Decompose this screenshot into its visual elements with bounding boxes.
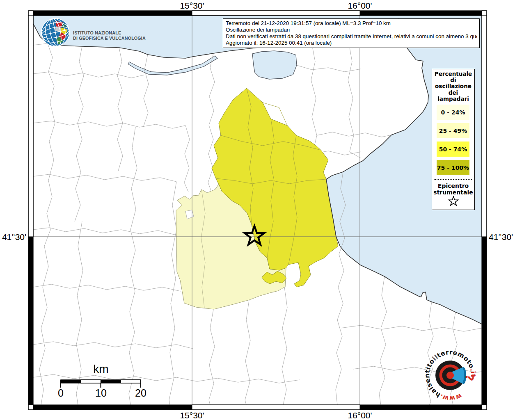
ingv-name-line1: ISTITUTO NAZIONALE [73, 30, 146, 36]
bullseye-center [446, 372, 454, 379]
legend-divider [434, 179, 472, 180]
legend-title: Percentuale di oscillazione dei lampadar… [432, 71, 474, 102]
axis-label-lat-left: 41°30' [2, 232, 26, 242]
legend-title-line: lampadari [432, 96, 474, 102]
ingv-name-line2: DI GEOFISICA E VULCANOLOGIA [73, 36, 146, 41]
legend-title-line: Percentuale [432, 71, 474, 77]
scalebar-tick-0: 0 [58, 387, 64, 399]
axis-label-top-left: 15°30' [180, 1, 204, 11]
scalebar-tick-10: 10 [95, 387, 107, 399]
legend-epicenter-label-1: Epicentro [432, 183, 474, 189]
legend-star-icon [448, 196, 459, 206]
scalebar-tick-20: 20 [135, 387, 146, 399]
axis-label-top-right: 16°00' [348, 1, 372, 11]
earthquake-info-box: Terremoto del 21-12-2020 19:31:57 (ora l… [223, 18, 480, 48]
map-canvas: ? www.haisentitoilterremoto.it [0, 0, 515, 420]
legend-class-0-24: 0 - 24% [437, 105, 469, 120]
info-line-effect: Oscillazione dei lampadari [226, 27, 477, 33]
legend-title-line: oscillazione [432, 83, 474, 89]
axis-label-lat-right: 41°30' [489, 232, 513, 242]
varano-lagoon [252, 51, 297, 79]
ingv-name: ISTITUTO NAZIONALE DI GEOFISICA E VULCAN… [73, 30, 146, 41]
scalebar-unit: km [93, 363, 108, 376]
info-line-event: Terremoto del 21-12-2020 19:31:57 (ora l… [226, 20, 477, 27]
legend-class-25-49: 25 - 49% [437, 123, 469, 138]
legend-title-line: di [432, 77, 474, 83]
info-line-source: Dati non verificati estratti da 38 quest… [226, 33, 477, 40]
macroseismic-map-page: ? www.haisentitoilterremoto.it 15°30' 16… [0, 0, 515, 420]
legend-class-75-100: 75 - 100% [437, 160, 469, 175]
axis-label-bottom-right: 16°00' [348, 411, 372, 420]
ingv-logo: ISTITUTO NAZIONALE DI GEOFISICA E VULCAN… [41, 18, 151, 47]
ingv-globe-icon [41, 18, 70, 47]
info-line-updated: Aggiornato il: 16-12-2025 00:41 (ora loc… [226, 40, 477, 46]
legend-epicenter-label-2: strumentale [432, 189, 474, 196]
legend-panel: Percentuale di oscillazione dei lampadar… [432, 69, 475, 210]
legend-title-line: dei [432, 90, 474, 96]
legend-class-50-74: 50 - 74% [437, 142, 469, 157]
axis-label-bottom-left: 15°30' [180, 411, 204, 420]
